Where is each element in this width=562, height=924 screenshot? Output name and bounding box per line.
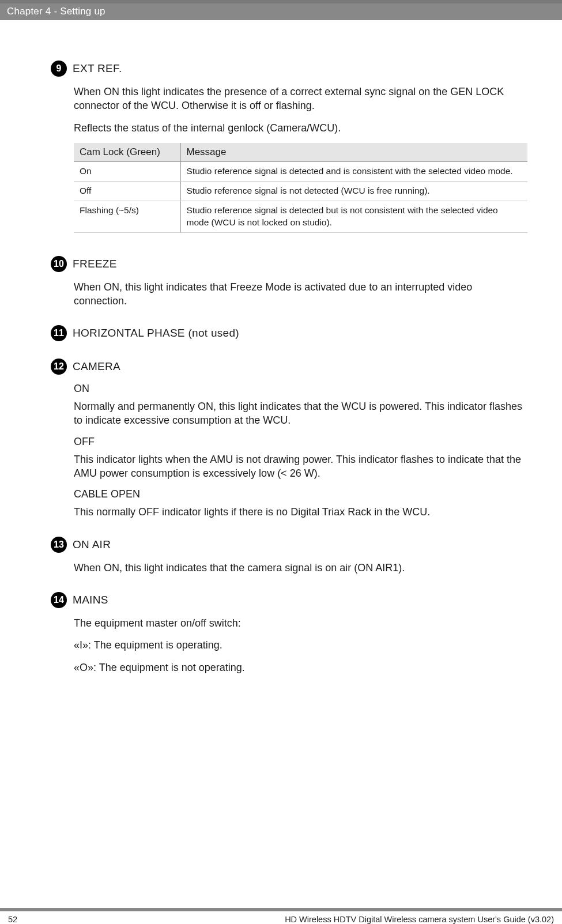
bullet-icon: 9 [51, 61, 67, 77]
state-label: OFF [74, 436, 527, 448]
table-header: Cam Lock (Green) [74, 143, 180, 162]
section-ext-ref: 9 EXT REF. When ON this light indicates … [74, 61, 527, 233]
bullet-icon: 11 [51, 325, 67, 341]
section-freeze: 10 FREEZE When ON, this light indicates … [74, 256, 527, 308]
bullet-icon: 10 [51, 256, 67, 272]
section-title: CAMERA [73, 360, 120, 373]
table-cell: Off [74, 181, 180, 201]
table-row: On Studio reference signal is detected a… [74, 161, 527, 181]
table-row: Flashing (~5/s) Studio reference signal … [74, 201, 527, 232]
paragraph: Normally and permanently ON, this light … [74, 399, 527, 428]
table-row: Off Studio reference signal is not detec… [74, 181, 527, 201]
section-title: ON AIR [73, 538, 111, 551]
section-mains: 14 MAINS The equipment master on/off swi… [74, 592, 527, 674]
paragraph: When ON this light indicates the presenc… [74, 85, 527, 113]
table-cell: Studio reference signal is detected but … [180, 201, 527, 232]
bullet-icon: 14 [51, 592, 67, 608]
table-header: Message [180, 143, 527, 162]
page-number: 52 [8, 915, 17, 924]
state-label: ON [74, 383, 527, 395]
paragraph: This normally OFF indicator lights if th… [74, 505, 527, 519]
bullet-icon: 12 [51, 359, 67, 375]
table-cell: Studio reference signal is not detected … [180, 181, 527, 201]
state-label: CABLE OPEN [74, 488, 527, 500]
paragraph: Reflects the status of the internal genl… [74, 121, 527, 135]
paragraph: This indicator lights when the AMU is no… [74, 452, 527, 481]
paragraph: When ON, this light indicates that the c… [74, 561, 527, 575]
section-camera: 12 CAMERA ON Normally and permanently ON… [74, 359, 527, 519]
status-table: Cam Lock (Green) Message On Studio refer… [74, 143, 527, 233]
bullet-icon: 13 [51, 537, 67, 553]
section-horizontal-phase: 11 HORIZONTAL PHASE (not used) [74, 325, 527, 341]
paragraph: When ON, this light indicates that Freez… [74, 280, 527, 308]
paragraph: «O»: The equipment is not operating. [74, 661, 527, 674]
paragraph: «I»: The equipment is operating. [74, 638, 527, 652]
section-title: FREEZE [73, 258, 117, 270]
section-on-air: 13 ON AIR When ON, this light indicates … [74, 537, 527, 575]
section-title: HORIZONTAL PHASE (not used) [73, 327, 239, 340]
table-cell: Flashing (~5/s) [74, 201, 180, 232]
paragraph: The equipment master on/off switch: [74, 616, 527, 630]
footer: 52 HD Wireless HDTV Digital Wireless cam… [0, 908, 562, 924]
section-title: EXT REF. [73, 62, 122, 75]
table-cell: Studio reference signal is detected and … [180, 161, 527, 181]
doc-title: HD Wireless HDTV Digital Wireless camera… [285, 915, 554, 924]
section-title: MAINS [73, 594, 108, 606]
page-content: 9 EXT REF. When ON this light indicates … [0, 20, 562, 924]
chapter-header: Chapter 4 - Setting up [0, 3, 562, 20]
table-cell: On [74, 161, 180, 181]
